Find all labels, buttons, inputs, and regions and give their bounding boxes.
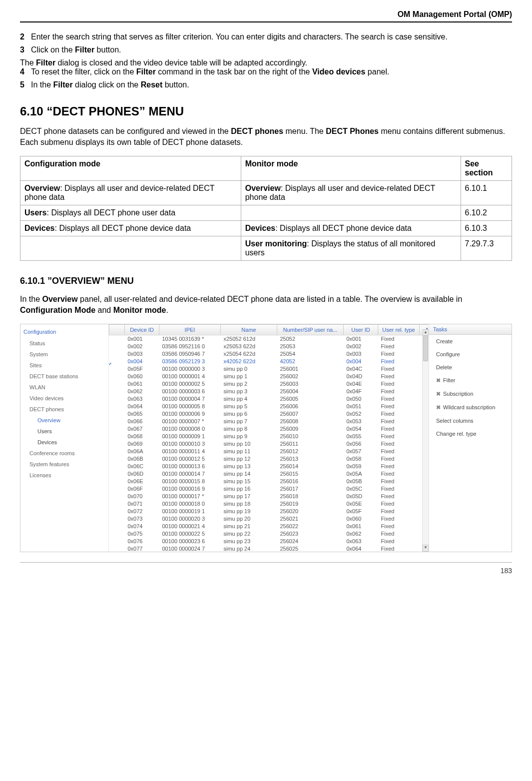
task-icon: ✖ — [436, 377, 441, 384]
table-cell: 0x003 — [344, 350, 378, 358]
table-row[interactable]: 0x06300100 0000004 7simu pp 42560050x050… — [109, 395, 430, 403]
row-indicator — [109, 455, 125, 463]
table-row[interactable]: 0x06900100 0000010 3simu pp 102560110x05… — [109, 440, 430, 448]
task-item[interactable]: Delete — [429, 361, 512, 374]
sidebar-item[interactable]: Status — [23, 338, 108, 349]
table-row[interactable]: 0x07500100 0000022 5simu pp 222560230x06… — [109, 530, 430, 538]
row-indicator — [109, 358, 125, 365]
sidebar-item[interactable]: DECT phones — [23, 404, 108, 415]
table-cell: 0x063 — [125, 395, 159, 403]
table-cell: 0x05C — [344, 485, 378, 493]
table-cell: 0x055 — [344, 433, 378, 440]
modes-header-cell: Configuration mode — [20, 156, 241, 180]
table-cell: simu pp 24 — [221, 545, 277, 552]
table-cell: Fixed — [378, 358, 420, 365]
table-scrollbar[interactable]: ▲ ▼ — [422, 335, 429, 552]
table-cell: Fixed — [378, 410, 420, 418]
table-cell: 0x067 — [125, 425, 159, 433]
table-row[interactable]: 0x06200100 0000003 6simu pp 32560040x04F… — [109, 388, 430, 395]
sidebar-item[interactable]: Video devices — [23, 393, 108, 404]
table-row[interactable]: 0x06000100 0000001 4simu pp 12560020x04D… — [109, 373, 430, 380]
task-item[interactable]: Create — [429, 335, 512, 348]
table-cell: 0x065 — [125, 410, 159, 418]
table-cell: 0x002 — [344, 343, 378, 350]
scroll-down-arrow[interactable]: ▼ — [423, 545, 429, 552]
task-item[interactable]: Configure — [429, 348, 512, 361]
table-row[interactable]: 0x05F00100 0000000 3simu pp 02560010x04C… — [109, 365, 430, 373]
table-row[interactable]: 0x06600100 0000007 *simu pp 72560080x053… — [109, 418, 430, 425]
table-cell: simu pp 1 — [221, 373, 277, 380]
table-cell: 0x06A — [125, 448, 159, 455]
task-item[interactable]: ✖Filter — [429, 374, 512, 387]
table-row[interactable]: 0x06C00100 0000013 6simu pp 132560140x05… — [109, 463, 430, 470]
table-cell: 00100 0000012 5 — [159, 455, 221, 463]
table-cell: 0x076 — [125, 538, 159, 545]
sidebar-item[interactable]: Conference rooms — [23, 448, 108, 459]
task-item[interactable]: Change rel. type — [429, 427, 512, 440]
table-row[interactable]: 0x06500100 0000006 9simu pp 62560070x052… — [109, 410, 430, 418]
table-header-cell[interactable]: IPEI — [159, 324, 221, 335]
table-cell: Fixed — [378, 380, 420, 388]
table-row[interactable]: 0x07700100 0000024 7simu pp 242560250x06… — [109, 545, 430, 552]
scroll-thumb[interactable] — [423, 335, 428, 361]
table-cell: 0x064 — [344, 545, 378, 552]
table-header-cell[interactable]: User ID — [344, 324, 378, 335]
table-cell: Fixed — [378, 425, 420, 433]
table-row[interactable]: 0x06700100 0000008 0simu pp 82560090x054… — [109, 425, 430, 433]
table-row[interactable]: 0x00403586 0952129 3x42052 622d420520x00… — [109, 358, 430, 365]
doc-header-title: OM Management Portal (OMP) — [20, 10, 512, 19]
sidebar-subitem[interactable]: Users — [23, 426, 108, 437]
sidebar-item[interactable]: DECT base stations — [23, 371, 108, 382]
table-row[interactable]: 0x07300100 0000020 3simu pp 202560210x06… — [109, 515, 430, 523]
table-row[interactable]: 0x00110345 0031639 *x25052 612d250520x00… — [109, 335, 430, 343]
task-item[interactable]: Select columns — [429, 414, 512, 427]
sidebar-item[interactable]: Licenses — [23, 470, 108, 481]
table-cell: 00100 0000011 4 — [159, 448, 221, 455]
table-row[interactable]: 0x06D00100 0000014 7simu pp 142560150x05… — [109, 470, 430, 478]
table-header-cell[interactable]: Number/SIP user na... — [277, 324, 344, 335]
table-row[interactable]: 0x06A00100 0000011 4simu pp 112560120x05… — [109, 448, 430, 455]
task-item[interactable]: ✖Subscription — [429, 387, 512, 401]
table-cell: simu pp 10 — [221, 440, 277, 448]
table-row[interactable]: 0x06100100 0000002 5simu pp 22560030x04E… — [109, 380, 430, 388]
table-cell: 0x001 — [344, 335, 378, 343]
task-item[interactable]: ✖Wildcard subscription — [429, 401, 512, 414]
table-cell: Fixed — [378, 523, 420, 530]
table-row[interactable]: 0x00203586 0952116 0x25053 622d250530x00… — [109, 343, 430, 350]
sidebar-subitem[interactable]: Overview — [23, 415, 108, 426]
table-cell: 256010 — [277, 433, 344, 440]
sidebar-item[interactable]: Sites — [23, 360, 108, 371]
table-cell: 0x003 — [125, 350, 159, 358]
sidebar-item[interactable]: WLAN — [23, 382, 108, 393]
table-cell: 0x060 — [125, 373, 159, 380]
sidebar-item[interactable]: System features — [23, 459, 108, 470]
table-row[interactable]: 0x06B00100 0000012 5simu pp 122560130x05… — [109, 455, 430, 463]
sidebar-item[interactable]: System — [23, 349, 108, 360]
table-row[interactable]: 0x06400100 0000005 8simu pp 52560060x051… — [109, 403, 430, 410]
table-cell: 00100 0000019 1 — [159, 508, 221, 515]
table-row[interactable]: 0x00303586 0950946 7x25054 622d250540x00… — [109, 350, 430, 358]
table-cell: 0x051 — [344, 403, 378, 410]
table-row[interactable]: 0x07100100 0000018 0simu pp 182560190x05… — [109, 500, 430, 508]
modes-header-cell: See section — [461, 156, 512, 180]
table-row[interactable]: 0x07600100 0000023 6simu pp 232560240x06… — [109, 538, 430, 545]
table-row[interactable]: 0x07000100 0000017 *simu pp 172560180x05… — [109, 493, 430, 500]
table-cell: Fixed — [378, 350, 420, 358]
table-row[interactable]: 0x07200100 0000019 1simu pp 192560200x05… — [109, 508, 430, 515]
table-cell: x25052 612d — [221, 335, 277, 343]
table-row[interactable]: 0x06800100 0000009 1simu pp 92560100x055… — [109, 433, 430, 440]
table-header-cell[interactable] — [109, 324, 125, 335]
table-header-cell[interactable]: Device ID — [125, 324, 159, 335]
table-cell: Fixed — [378, 530, 420, 538]
table-row[interactable]: 0x06F00100 0000016 9simu pp 162560170x05… — [109, 485, 430, 493]
table-row[interactable]: 0x06E00100 0000015 8simu pp 152560160x05… — [109, 478, 430, 485]
table-header-cell[interactable]: User rel. type — [378, 324, 420, 335]
table-cell: 10345 0031639 * — [159, 335, 221, 343]
table-cell: 256015 — [277, 470, 344, 478]
table-cell: Fixed — [378, 418, 420, 425]
table-cell: simu pp 20 — [221, 515, 277, 523]
table-cell: 00100 0000022 5 — [159, 530, 221, 538]
sidebar-subitem[interactable]: Devices — [23, 437, 108, 448]
table-row[interactable]: 0x07400100 0000021 4simu pp 212560220x06… — [109, 523, 430, 530]
table-header-cell[interactable]: Name — [221, 324, 277, 335]
